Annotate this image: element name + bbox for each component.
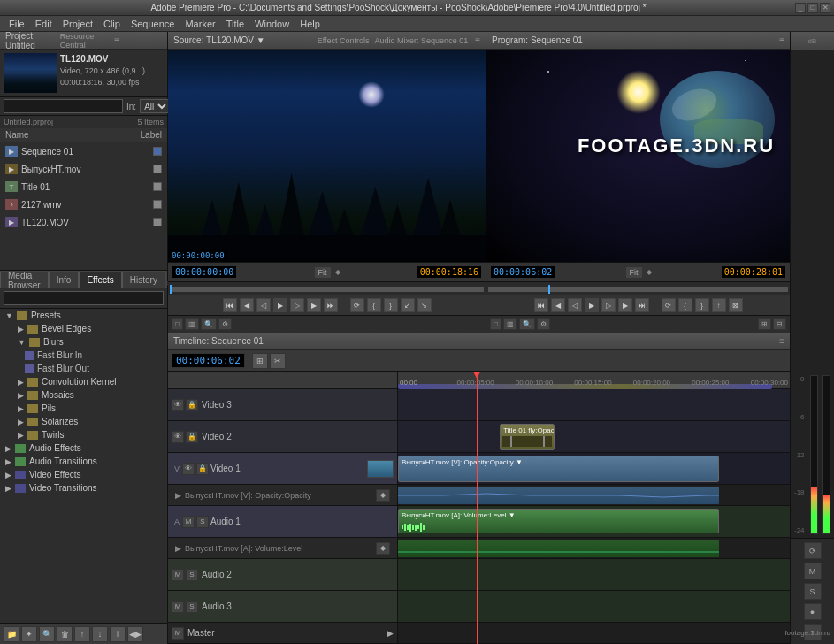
tl-snap-button[interactable]: ⊞: [252, 353, 268, 369]
video2-eye-btn[interactable]: 👁: [172, 431, 184, 443]
program-go-start[interactable]: ⏮: [534, 298, 548, 312]
tab-info[interactable]: Info: [49, 272, 80, 288]
source-output-btn[interactable]: ▥: [185, 318, 199, 330]
slider-button[interactable]: ◀▶: [127, 626, 143, 642]
program-mark-in[interactable]: {: [678, 298, 692, 312]
minimize-button[interactable]: _: [795, 3, 806, 13]
in-select[interactable]: All: [140, 99, 170, 113]
tab-history[interactable]: History: [122, 272, 165, 288]
timeline-panel-menu[interactable]: ≡: [779, 336, 784, 346]
source-scrubber-track[interactable]: [170, 287, 484, 292]
audio2-mute-btn[interactable]: M: [172, 569, 184, 581]
tree-mosaics[interactable]: ▶ Mosaics: [0, 388, 167, 402]
tree-pils[interactable]: ▶ Pils: [0, 402, 167, 415]
tl-razor-button[interactable]: ✂: [270, 353, 286, 369]
delete-button[interactable]: 🗑: [57, 626, 73, 642]
down-button[interactable]: ↓: [92, 626, 108, 642]
video2-lock-btn[interactable]: 🔒: [186, 431, 198, 443]
maximize-button[interactable]: □: [807, 3, 818, 13]
menu-help[interactable]: Help: [295, 16, 325, 31]
close-button[interactable]: ✕: [820, 3, 830, 13]
program-timecode-in[interactable]: 00:00:06:02: [490, 265, 555, 279]
source-magnify[interactable]: 🔍: [201, 318, 217, 330]
program-extract-button[interactable]: ⊠: [729, 298, 743, 312]
project-item-sequence01[interactable]: ▶ Sequence 01: [0, 142, 167, 160]
up-button[interactable]: ↑: [74, 626, 90, 642]
source-scrubber[interactable]: [168, 281, 486, 295]
tree-presets[interactable]: ▼ Presets: [0, 309, 167, 322]
project-item-vypusk[interactable]: ▶ ВыпускНТ.mov: [0, 160, 167, 178]
source-monitor-menu[interactable]: ≡: [475, 35, 480, 45]
tree-twirls[interactable]: ▶ Twirls: [0, 428, 167, 441]
tree-convolution[interactable]: ▶ Convolution Kernel: [0, 375, 167, 388]
project-search-input[interactable]: [4, 99, 123, 113]
source-back-1[interactable]: ◁: [256, 298, 271, 312]
tree-fast-blur-out[interactable]: Fast Blur Out: [0, 362, 167, 375]
video1-keyframe-track[interactable]: [398, 487, 719, 504]
project-item-title01[interactable]: T Title 01: [0, 178, 167, 196]
timeline-timecode[interactable]: 00:00:06:02: [172, 353, 245, 368]
source-go-end[interactable]: ⏭: [324, 298, 338, 312]
tree-audio-effects[interactable]: ▶ Audio Effects: [0, 441, 167, 455]
program-settings[interactable]: ⚙: [537, 318, 550, 330]
project-item-2127[interactable]: ♪ 2127.wmv: [0, 196, 167, 213]
source-safe-zones[interactable]: □: [172, 318, 183, 330]
video1-lock-btn[interactable]: 🔒: [196, 463, 209, 475]
find-button[interactable]: 🔍: [39, 626, 55, 642]
menu-project[interactable]: Project: [57, 16, 98, 31]
master-mute-btn[interactable]: M: [172, 627, 184, 640]
source-overlay-button[interactable]: ↘: [417, 298, 432, 312]
video3-lock-btn[interactable]: 🔒: [186, 399, 198, 411]
source-step-fwd[interactable]: ▶: [307, 298, 321, 312]
resource-central-label[interactable]: Resource Central: [60, 32, 108, 50]
timeline-playhead[interactable]: [477, 372, 478, 644]
audio3-mute-btn[interactable]: M: [172, 601, 184, 613]
tree-audio-transitions[interactable]: ▶ Audio Transitions: [0, 455, 167, 468]
tab-effects[interactable]: Effects: [79, 272, 121, 288]
program-step-back[interactable]: ◀: [551, 298, 565, 312]
tree-bevel-edges[interactable]: ▶ Bevel Edges: [0, 322, 167, 335]
audio1-solo-btn[interactable]: S: [196, 516, 209, 528]
video1-eye-btn[interactable]: 👁: [182, 463, 195, 475]
audio2-solo-btn[interactable]: S: [186, 569, 198, 581]
tab-media-browser[interactable]: Media Browser: [0, 272, 49, 288]
menu-sequence[interactable]: Sequence: [126, 16, 180, 31]
program-mark-out[interactable]: }: [695, 298, 709, 312]
source-play-button[interactable]: ▶: [273, 298, 287, 312]
effects-search-input[interactable]: [4, 291, 164, 305]
program-multi-cam[interactable]: ⊟: [773, 318, 786, 330]
clip-title01[interactable]: Title 01 fly:Opacity ▼: [500, 424, 555, 450]
program-monitor-menu[interactable]: ≡: [779, 35, 784, 45]
audio1-expand-arrow[interactable]: ▶: [175, 544, 181, 553]
audio-mixer-tab[interactable]: Audio Mixer: Sequence 01: [375, 36, 469, 45]
tree-video-effects[interactable]: ▶ Video Effects: [0, 468, 167, 481]
source-insert-button[interactable]: ↙: [401, 298, 415, 312]
source-step-back[interactable]: ◀: [240, 298, 254, 312]
new-folder-button[interactable]: 📁: [4, 626, 19, 642]
source-fwd-1[interactable]: ▷: [290, 298, 304, 312]
menu-file[interactable]: File: [4, 16, 30, 31]
video1-expand-arrow[interactable]: ▶: [175, 491, 181, 500]
source-timecode-out[interactable]: 00:00:18:16: [417, 265, 482, 279]
clip-vypusk-audio[interactable]: ВыпускНТ.mov [A]: Volume:Level ▼: [398, 509, 719, 533]
source-go-start[interactable]: ⏮: [223, 298, 237, 312]
program-loop-button[interactable]: ⟳: [662, 298, 676, 312]
project-panel-close[interactable]: ≡: [114, 35, 162, 45]
tree-video-transitions[interactable]: ▶ Video Transitions: [0, 481, 167, 494]
source-mark-out[interactable]: }: [384, 298, 398, 312]
menu-window[interactable]: Window: [249, 16, 295, 31]
clip-vypusk-video[interactable]: ВыпускНТ.mov [V]: Opacity:Opacity ▼: [398, 456, 719, 482]
effect-controls-tab[interactable]: Effect Controls: [318, 36, 370, 45]
audio1-keyframe-btn[interactable]: ◆: [376, 542, 390, 555]
info-button[interactable]: i: [110, 626, 126, 642]
audio1-mute-btn[interactable]: M: [182, 516, 195, 528]
program-fwd-1[interactable]: ▷: [601, 298, 616, 312]
program-scrubber-track[interactable]: [488, 287, 788, 292]
source-fit-button[interactable]: Fit: [314, 266, 332, 279]
menu-edit[interactable]: Edit: [30, 16, 57, 31]
program-go-end[interactable]: ⏭: [635, 298, 649, 312]
tree-blurs[interactable]: ▼ Blurs: [0, 335, 167, 349]
source-loop-button[interactable]: ⟳: [350, 298, 364, 312]
program-back-1[interactable]: ◁: [568, 298, 582, 312]
program-step-fwd[interactable]: ▶: [618, 298, 632, 312]
